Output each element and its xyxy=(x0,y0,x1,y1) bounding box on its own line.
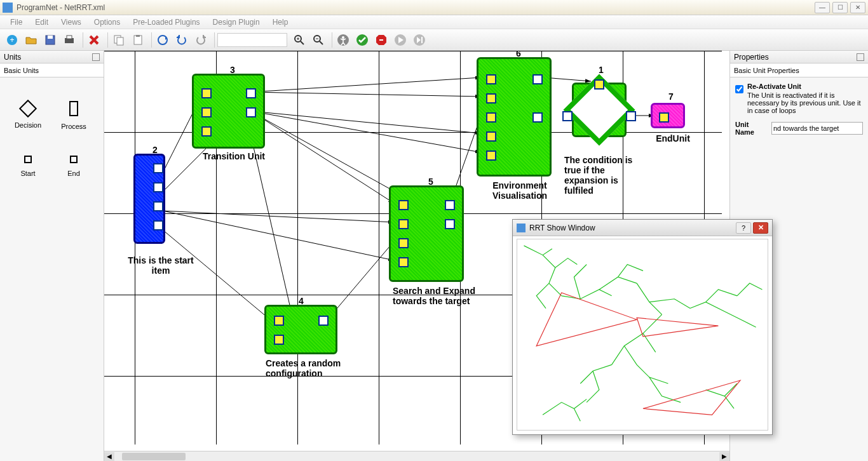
menu-views[interactable]: Views xyxy=(55,18,88,27)
units-panel-title: Units xyxy=(4,53,21,62)
svg-rect-3 xyxy=(48,36,53,39)
pin-icon[interactable] xyxy=(92,53,100,61)
node-label: Transition Unit xyxy=(196,151,272,161)
node-end[interactable] xyxy=(651,103,685,128)
tool-decision[interactable]: Decision xyxy=(5,90,51,141)
menu-plugins[interactable]: Pre-Loaded Plugins xyxy=(126,18,206,27)
horizontal-scrollbar[interactable]: ◀ ▶ xyxy=(104,451,729,461)
reactivate-checkbox[interactable] xyxy=(735,85,743,93)
rrt-canvas xyxy=(517,239,768,431)
rrt-title-text: RRT Show Window xyxy=(529,224,595,232)
svg-point-19 xyxy=(342,36,344,39)
paste-icon[interactable] xyxy=(130,32,146,48)
svg-marker-42 xyxy=(536,293,637,346)
pin-icon[interactable] xyxy=(857,53,864,61)
svg-rect-22 xyxy=(379,39,383,41)
node-env-vis[interactable] xyxy=(477,57,552,177)
print-icon[interactable] xyxy=(61,32,78,48)
tool-process[interactable]: Process xyxy=(51,90,97,141)
properties-tab[interactable]: Basic Unit Properties xyxy=(730,63,868,77)
units-tab[interactable]: Basic Units xyxy=(0,63,104,77)
svg-text:+: + xyxy=(10,36,14,44)
close-button[interactable]: ✕ xyxy=(850,2,865,13)
node-decision[interactable] xyxy=(572,83,627,137)
rrt-titlebar[interactable]: RRT Show Window ? ✕ xyxy=(513,220,772,236)
svg-rect-5 xyxy=(67,36,72,39)
node-transition[interactable] xyxy=(192,74,265,149)
reactivate-label: Re-Activate Unit The Unit is reactivated… xyxy=(747,83,863,114)
run-icon[interactable] xyxy=(335,32,351,48)
menu-edit[interactable]: Edit xyxy=(29,18,55,27)
menu-options[interactable]: Options xyxy=(88,18,126,27)
menubar: File Edit Views Options Pre-Loaded Plugi… xyxy=(0,15,868,29)
step-icon[interactable] xyxy=(411,32,428,48)
tool-end[interactable]: End xyxy=(51,141,97,192)
window-titlebar: ProgramNet - NetRRT.xml — ☐ ✕ xyxy=(0,0,868,15)
node-start[interactable] xyxy=(133,154,165,244)
units-panel: Units Basic Units Decision Process Start… xyxy=(0,51,104,461)
maximize-button[interactable]: ☐ xyxy=(832,2,848,13)
node-label: The condition is true if the expansion i… xyxy=(564,155,647,196)
svg-rect-9 xyxy=(136,35,140,37)
node-search-expand[interactable] xyxy=(389,185,464,282)
node-label: EndUnit xyxy=(651,133,695,144)
undo-icon[interactable] xyxy=(173,32,190,48)
refresh-icon[interactable] xyxy=(154,32,171,48)
new-icon[interactable]: + xyxy=(4,32,20,48)
window-title: ProgramNet - NetRRT.xml xyxy=(17,3,105,12)
save-icon[interactable] xyxy=(42,32,58,48)
minimize-button[interactable]: — xyxy=(815,2,830,13)
node-label: Search and Expand towards the target xyxy=(393,286,482,306)
svg-rect-7 xyxy=(117,37,123,45)
properties-header: Properties xyxy=(730,51,868,63)
node-random[interactable] xyxy=(264,305,337,354)
rrt-window[interactable]: RRT Show Window ? ✕ xyxy=(512,219,773,435)
stop-icon[interactable] xyxy=(373,32,390,48)
menu-help[interactable]: Help xyxy=(266,18,295,27)
toolbar: + xyxy=(0,29,868,51)
svg-marker-44 xyxy=(643,380,740,415)
rrt-close-button[interactable]: ✕ xyxy=(753,222,768,234)
delete-icon[interactable] xyxy=(86,32,102,48)
svg-line-16 xyxy=(320,41,323,44)
tool-start[interactable]: Start xyxy=(5,141,51,192)
open-icon[interactable] xyxy=(23,32,39,48)
menu-file[interactable]: File xyxy=(4,18,29,27)
unit-name-label: Unit Name xyxy=(735,121,766,136)
zoom-out-icon[interactable] xyxy=(310,32,327,48)
search-input[interactable] xyxy=(217,33,287,47)
node-label: Creates a random configuration xyxy=(266,358,355,378)
copy-icon[interactable] xyxy=(111,32,127,48)
unit-name-input[interactable] xyxy=(771,122,863,135)
menu-design[interactable]: Design Plugin xyxy=(207,18,266,27)
node-number: 7 xyxy=(668,91,674,102)
app-icon xyxy=(3,3,13,13)
rrt-help-button[interactable]: ? xyxy=(736,222,751,234)
node-label: This is the start item xyxy=(126,255,196,276)
svg-rect-8 xyxy=(134,36,142,44)
node-label: Environment Visualisation xyxy=(482,180,558,201)
play-icon[interactable] xyxy=(392,32,409,48)
units-panel-header: Units xyxy=(0,51,104,63)
redo-icon[interactable] xyxy=(193,32,209,48)
properties-title: Properties xyxy=(734,53,769,62)
rrt-icon xyxy=(517,224,526,232)
validate-icon[interactable] xyxy=(354,32,370,48)
svg-line-12 xyxy=(301,41,304,44)
zoom-in-icon[interactable] xyxy=(291,32,308,48)
